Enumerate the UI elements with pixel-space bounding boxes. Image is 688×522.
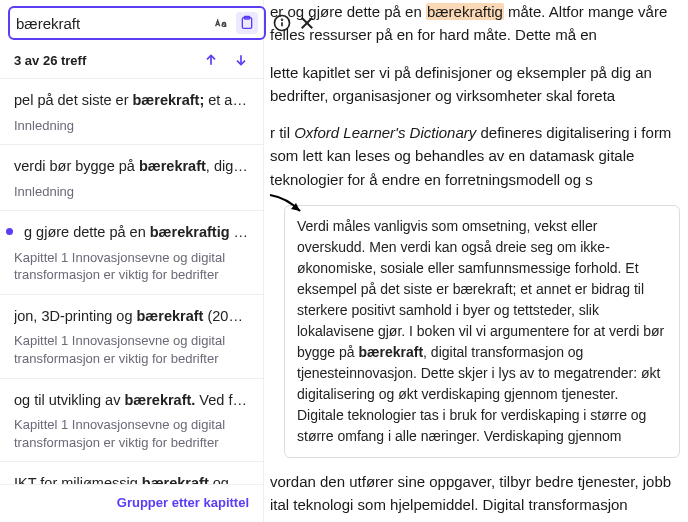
- result-breadcrumb: Innledning: [14, 183, 249, 201]
- results-list: pel på det siste er bærekraft; et annet……: [0, 78, 263, 522]
- search-result[interactable]: verdi bør bygge på bærekraft, digital t……: [0, 144, 263, 210]
- body-paragraph: lette kapitlet ser vi på definisjoner og…: [270, 61, 680, 108]
- close-icon[interactable]: [298, 9, 316, 37]
- search-sidebar: 3 av 26 treff pel på det siste er bærekr…: [0, 0, 264, 522]
- group-by-chapter-label: Grupper etter kapittel: [117, 495, 249, 510]
- info-icon[interactable]: [272, 9, 292, 37]
- match-case-icon[interactable]: [210, 12, 232, 34]
- prev-result-icon[interactable]: [203, 52, 219, 68]
- body-paragraph: vordan den utfører sine oppgaver, tilbyr…: [270, 470, 680, 522]
- result-title: og til utvikling av bærekraft. Ved for e…: [14, 391, 249, 411]
- search-input[interactable]: [16, 15, 206, 32]
- result-breadcrumb: Kapittel 1 Innovasjonsevne og digital tr…: [14, 332, 249, 367]
- callout-box: Verdi måles vanligvis som omsetning, vek…: [284, 205, 680, 458]
- search-row: [0, 0, 263, 46]
- body-paragraph: r til Oxford Learner's Dictionary define…: [270, 121, 680, 191]
- search-result[interactable]: g gjøre dette på en bærekraftig måt…Kapi…: [0, 210, 263, 294]
- document-view: er og gjøre dette på en bærekraftig måte…: [264, 0, 688, 522]
- result-breadcrumb: Kapittel 1 Innovasjonsevne og digital tr…: [14, 249, 249, 284]
- result-count: 3 av 26 treff: [14, 53, 86, 68]
- search-result[interactable]: jon, 3D-printing og bærekraft (2019, s…K…: [0, 294, 263, 378]
- svg-point-4: [282, 19, 283, 20]
- group-by-chapter-button[interactable]: Grupper etter kapittel: [0, 484, 263, 522]
- result-title: g gjøre dette på en bærekraftig måt…: [14, 223, 249, 243]
- result-title: verdi bør bygge på bærekraft, digital t…: [14, 157, 249, 177]
- search-result[interactable]: pel på det siste er bærekraft; et annet……: [0, 78, 263, 144]
- search-box: [8, 6, 266, 40]
- highlighted-term: bærekraftig: [426, 3, 504, 20]
- result-breadcrumb: Innledning: [14, 117, 249, 135]
- result-title: pel på det siste er bærekraft; et annet…: [14, 91, 249, 111]
- callout-bold-term: bærekraft: [359, 344, 424, 360]
- result-title: jon, 3D-printing og bærekraft (2019, s…: [14, 307, 249, 327]
- whole-word-icon[interactable]: [236, 12, 258, 34]
- result-count-row: 3 av 26 treff: [0, 46, 263, 78]
- body-paragraph: er og gjøre dette på en bærekraftig måte…: [270, 0, 680, 47]
- next-result-icon[interactable]: [233, 52, 249, 68]
- search-result[interactable]: og til utvikling av bærekraft. Ved for e…: [0, 378, 263, 462]
- annotation-arrow-icon: [268, 191, 308, 221]
- result-breadcrumb: Kapittel 1 Innovasjonsevne og digital tr…: [14, 416, 249, 451]
